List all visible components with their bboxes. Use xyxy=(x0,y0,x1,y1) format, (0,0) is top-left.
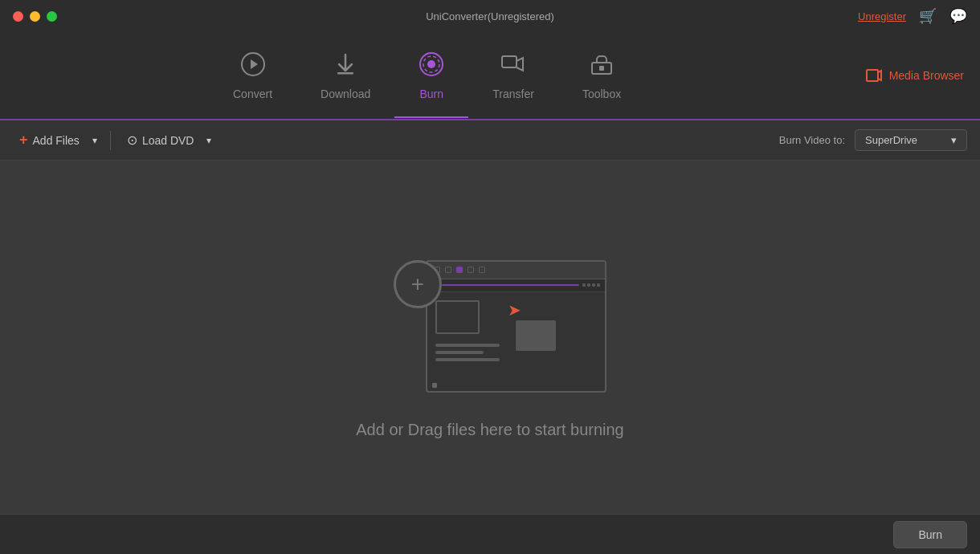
convert-icon xyxy=(240,51,266,81)
toolbox-icon xyxy=(589,51,615,81)
dvd-icon: ⊙ xyxy=(127,132,137,148)
screen-toolbar xyxy=(427,279,605,292)
svg-rect-9 xyxy=(867,70,878,81)
drop-area: + xyxy=(356,252,624,439)
tab-toolbox-label: Toolbox xyxy=(582,88,621,100)
toolbar: + Add Files ▾ ⊙ Load DVD ▾ Burn Video to… xyxy=(0,120,980,161)
toolbar-divider xyxy=(110,131,111,150)
maximize-button[interactable] xyxy=(47,11,57,22)
svg-rect-6 xyxy=(502,56,517,67)
load-dvd-dropdown[interactable]: ▾ xyxy=(203,130,214,151)
svg-rect-8 xyxy=(599,66,604,71)
screen-toolbar-mini-dots xyxy=(582,283,600,287)
app-title: UniConverter(Unregistered) xyxy=(426,10,554,22)
media-browser-label: Media Browser xyxy=(889,69,964,82)
main-content: + xyxy=(0,161,980,514)
load-dvd-label: Load DVD xyxy=(142,134,194,147)
toolbar-left: + Add Files ▾ ⊙ Load DVD ▾ xyxy=(13,127,214,153)
screen-line-3 xyxy=(435,358,500,361)
transfer-icon xyxy=(500,51,526,81)
title-bar: UniConverter(Unregistered) Unregister 🛒 … xyxy=(0,0,980,32)
tab-download-label: Download xyxy=(321,88,370,100)
tab-download[interactable]: Download xyxy=(296,43,394,108)
drag-drop-text: Add or Drag files here to start burning xyxy=(356,421,624,439)
tab-toolbox[interactable]: Toolbox xyxy=(558,43,645,108)
tab-burn-label: Burn xyxy=(420,88,444,100)
status-dot xyxy=(432,383,437,388)
mini-dot-3 xyxy=(592,283,595,287)
illustration: + xyxy=(370,252,610,397)
minimize-button[interactable] xyxy=(30,11,40,22)
tab-transfer-label: Transfer xyxy=(492,88,534,100)
screen-line-1 xyxy=(435,344,500,347)
svg-marker-1 xyxy=(251,59,258,69)
download-icon xyxy=(333,51,358,81)
add-files-label: Add Files xyxy=(33,134,80,147)
burn-button[interactable]: Burn xyxy=(893,521,967,548)
screen-line-2 xyxy=(435,351,484,354)
plus-icon: + xyxy=(19,132,28,149)
unregister-link[interactable]: Unregister xyxy=(858,10,906,22)
burn-video-to-label: Burn Video to: xyxy=(779,134,845,146)
svg-rect-2 xyxy=(337,72,353,75)
media-browser-button[interactable]: Media Browser xyxy=(865,67,964,84)
burn-icon xyxy=(419,51,444,81)
screen-body: ➤ xyxy=(427,292,605,369)
superdrive-label: SuperDrive xyxy=(865,134,917,146)
traffic-lights xyxy=(13,11,57,22)
close-button[interactable] xyxy=(13,11,23,22)
floating-box xyxy=(516,320,556,351)
title-bar-right: Unregister 🛒 💬 xyxy=(858,7,967,25)
toolbar-right: Burn Video to: SuperDrive ▾ xyxy=(779,129,967,151)
mini-dot-2 xyxy=(587,283,590,287)
screen-right: ➤ xyxy=(516,308,556,361)
bottom-bar: Burn xyxy=(0,514,980,554)
tab-convert[interactable]: Convert xyxy=(209,43,296,108)
nav-tabs: Convert Download Burn xyxy=(209,43,645,108)
screen-text-lines xyxy=(435,344,500,361)
screen-left xyxy=(435,300,500,361)
tab-convert-label: Convert xyxy=(233,88,272,100)
add-files-button[interactable]: + Add Files xyxy=(13,127,86,153)
add-circle-icon: + xyxy=(394,260,442,308)
mini-dot-4 xyxy=(597,283,600,287)
mini-dot-1 xyxy=(582,283,586,287)
superdrive-arrow-icon: ▾ xyxy=(951,134,957,146)
screen-dot-2 xyxy=(445,267,451,273)
screen-dot-4 xyxy=(479,267,485,273)
add-files-dropdown[interactable]: ▾ xyxy=(89,130,100,151)
cart-icon[interactable]: 🛒 xyxy=(919,7,937,25)
screen-dot-active xyxy=(456,267,463,273)
nav-bar: Convert Download Burn xyxy=(0,32,980,120)
tab-transfer[interactable]: Transfer xyxy=(468,43,558,108)
tab-burn[interactable]: Burn xyxy=(394,43,468,108)
superdrive-select[interactable]: SuperDrive ▾ xyxy=(855,129,967,151)
screen-frame: ➤ xyxy=(426,260,606,393)
cursor-icon: ➤ xyxy=(508,300,521,320)
screen-toolbar-progress xyxy=(442,284,579,286)
screen-status-bar xyxy=(432,383,600,388)
screen-titlebar xyxy=(427,262,605,279)
screen-dot-3 xyxy=(468,267,474,273)
chat-icon[interactable]: 💬 xyxy=(949,7,967,25)
load-dvd-button[interactable]: ⊙ Load DVD xyxy=(120,128,201,153)
svg-point-4 xyxy=(427,60,435,68)
screen-video-thumbnail xyxy=(435,300,480,334)
